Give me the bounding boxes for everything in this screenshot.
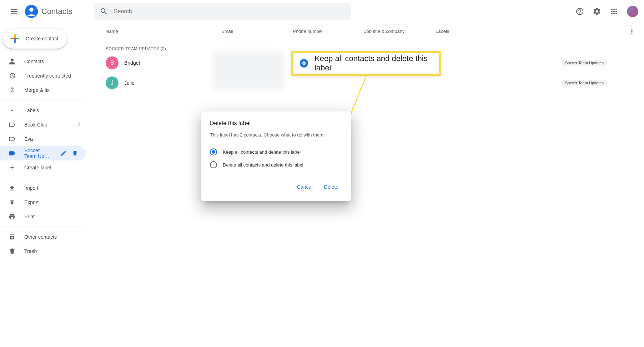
- delete-label-dialog: Delete this label This label has 2 conta…: [201, 111, 351, 201]
- search-bar[interactable]: [94, 3, 351, 20]
- topbar-actions: [573, 4, 638, 19]
- option-label: Keep all contacts and delete this label: [223, 149, 301, 155]
- sidebar-item-import[interactable]: Import: [0, 181, 86, 195]
- column-labels: Labels: [436, 29, 621, 34]
- help-icon[interactable]: [573, 4, 587, 19]
- main-menu-icon[interactable]: [6, 3, 23, 20]
- annotation-callout: Keep all contacts and delete this label: [291, 51, 441, 76]
- cancel-button[interactable]: Cancel: [293, 181, 317, 193]
- sidebar-item-print[interactable]: Print: [0, 209, 86, 224]
- contact-avatar: B: [106, 56, 119, 69]
- sidebar-label-name: Book Club: [24, 122, 47, 128]
- contact-avatar: J: [106, 76, 119, 89]
- sidebar-label: Export: [24, 199, 39, 205]
- column-job: Job title & company: [364, 29, 436, 34]
- option-label: Delete all contacts and delete this labe…: [223, 162, 303, 168]
- sidebar-label-name: Soccer Team Up…: [24, 148, 50, 159]
- plus-icon: [9, 164, 16, 171]
- edit-label-icon[interactable]: [59, 148, 69, 158]
- topbar: Contacts: [0, 0, 644, 23]
- main-area: Name Email Phone number Job title & comp…: [91, 23, 644, 347]
- dialog-title: Delete this label: [210, 120, 343, 127]
- account-avatar[interactable]: [627, 6, 638, 17]
- sidebar-item-export[interactable]: Export: [0, 195, 86, 209]
- column-phone: Phone number: [293, 29, 364, 34]
- sidebar-label: Merge & fix: [24, 87, 50, 93]
- column-name: Name: [100, 29, 221, 34]
- app-name: Contacts: [41, 7, 72, 16]
- search-input[interactable]: [114, 8, 345, 15]
- sidebar-item-merge[interactable]: Merge & fix: [0, 83, 86, 97]
- sidebar: Create contact Contacts Frequently conta…: [0, 23, 91, 347]
- trash-icon: [9, 248, 16, 255]
- sidebar-label-eva[interactable]: Eva: [0, 132, 86, 146]
- column-email: Email: [221, 29, 293, 34]
- contact-label-chip[interactable]: Soccer Team Updates: [562, 80, 607, 86]
- sidebar-label: Create label: [24, 165, 51, 170]
- person-icon: [9, 58, 16, 65]
- contact-row[interactable]: J Julie Soccer Team Updates: [100, 73, 635, 93]
- app-logo[interactable]: Contacts: [24, 4, 72, 19]
- sidebar-create-label[interactable]: Create label: [0, 160, 86, 175]
- create-contact-label: Create contact: [26, 36, 58, 41]
- sidebar-labels-heading[interactable]: Labels: [0, 103, 91, 118]
- plus-icon: [9, 32, 21, 45]
- column-headers: Name Email Phone number Job title & comp…: [100, 23, 635, 40]
- sidebar-label: Import: [24, 185, 39, 191]
- search-icon: [100, 7, 108, 16]
- sidebar-label-soccer-team[interactable]: Soccer Team Up…: [0, 146, 86, 160]
- merge-icon: [9, 86, 16, 94]
- export-icon: [9, 199, 16, 206]
- delete-label-icon[interactable]: [70, 148, 80, 158]
- clock-icon: [9, 72, 16, 79]
- dialog-body: This label has 2 contacts. Choose what t…: [210, 132, 343, 138]
- sidebar-label: Trash: [24, 248, 37, 254]
- radio-selected-icon: [300, 59, 308, 68]
- delete-button[interactable]: Delete: [320, 181, 343, 193]
- chevron-down-icon: [9, 107, 16, 114]
- label-icon: [9, 121, 16, 128]
- radio-icon: [210, 148, 217, 155]
- contact-name: Bridget: [124, 60, 227, 66]
- sidebar-item-other[interactable]: Other contacts: [0, 230, 86, 244]
- divider: [0, 227, 86, 227]
- svg-point-1: [29, 8, 34, 12]
- create-contact-button[interactable]: Create contact: [3, 29, 67, 49]
- sidebar-heading-label: Labels: [24, 108, 39, 113]
- divider: [0, 100, 86, 100]
- google-apps-icon[interactable]: [607, 4, 621, 19]
- contact-label-chip[interactable]: Soccer Team Updates: [562, 60, 607, 66]
- sidebar-label: Print: [24, 214, 35, 219]
- sidebar-label-count: 7: [77, 122, 80, 127]
- contacts-logo-icon: [24, 4, 39, 19]
- redacted-region: [213, 51, 284, 90]
- option-keep-contacts[interactable]: Keep all contacts and delete this label: [210, 145, 343, 158]
- label-icon: [9, 150, 16, 157]
- callout-text: Keep all contacts and delete this label: [315, 54, 433, 73]
- settings-gear-icon[interactable]: [590, 4, 604, 19]
- label-icon: [9, 135, 16, 143]
- sidebar-item-frequent[interactable]: Frequently contacted: [0, 69, 86, 83]
- sidebar-label: Other contacts: [24, 234, 57, 240]
- sidebar-label: Frequently contacted: [24, 73, 71, 79]
- sidebar-label-name: Eva: [24, 136, 33, 142]
- divider: [0, 178, 86, 178]
- sidebar-label-book-club[interactable]: Book Club 7: [0, 118, 86, 132]
- import-icon: [9, 184, 16, 192]
- option-delete-contacts[interactable]: Delete all contacts and delete this labe…: [210, 158, 343, 171]
- print-icon: [9, 213, 16, 220]
- list-settings-icon[interactable]: [621, 28, 635, 35]
- archive-icon: [9, 233, 16, 241]
- radio-icon: [210, 161, 217, 168]
- sidebar-item-contacts[interactable]: Contacts: [0, 54, 86, 69]
- sidebar-item-trash[interactable]: Trash: [0, 244, 86, 258]
- contact-name: Julie: [124, 80, 227, 86]
- sidebar-label: Contacts: [24, 59, 44, 64]
